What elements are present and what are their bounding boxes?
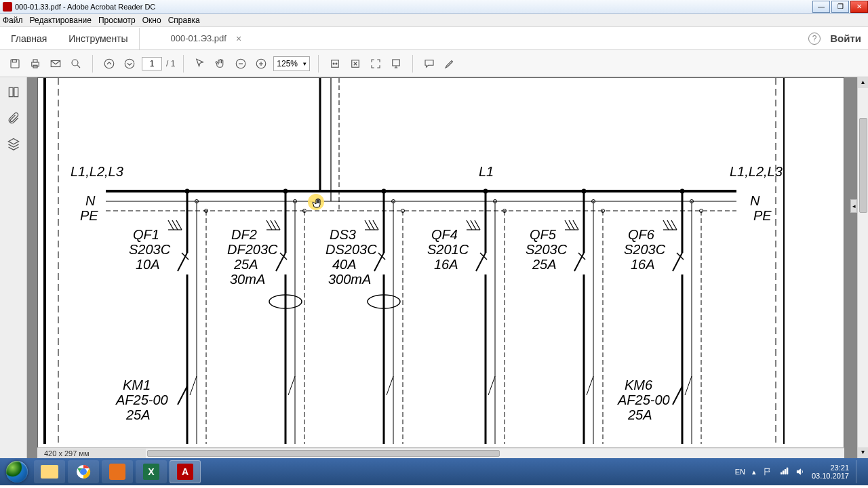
branch-label: QF5 [530,227,557,242]
svg-line-64 [378,253,385,260]
menu-edit[interactable]: Редактирование [30,16,92,25]
layers-icon[interactable] [7,137,20,150]
svg-text:DF203C: DF203C [227,242,278,257]
electrical-diagram: L1,L2,L3 N PE L1 L1,L2,L3 N PE QF1S203C1… [38,78,845,444]
taskbar-acrobat[interactable]: A [170,460,201,483]
print-icon[interactable] [27,56,43,72]
label-neutral-left: N [85,193,96,208]
svg-text:16A: 16A [631,257,655,272]
km6-l2: AF25-00 [617,392,670,407]
menu-file[interactable]: Файл [3,16,23,25]
zoom-out-icon[interactable] [233,56,249,72]
km1-l3: 25A [125,407,151,422]
fit-width-icon[interactable] [327,56,343,72]
horizontal-scrollbar[interactable] [146,449,844,458]
menu-view[interactable]: Просмотр [98,16,136,25]
tray-volume-icon[interactable] [795,467,805,476]
pdf-page: L1,L2,L3 N PE L1 L1,L2,L3 N PE QF1S203C1… [37,77,844,453]
label-neutral-right: N [750,193,760,208]
highlight-icon[interactable] [441,56,458,72]
svg-text:S203C: S203C [624,242,666,257]
svg-point-8 [125,59,134,68]
show-desktop-button[interactable] [856,460,861,483]
svg-line-92 [578,253,585,260]
svg-text:10A: 10A [136,257,160,272]
hand-tool-icon[interactable] [212,56,229,72]
scroll-up-icon[interactable]: ▴ [858,77,868,88]
taskbar: X A EN ▴ 23:21 03.10.2017 [0,458,868,485]
read-mode-icon[interactable] [388,56,404,72]
branch-label: DF2 [231,227,257,242]
save-icon[interactable] [7,56,23,72]
label-pe-right: PE [753,208,772,223]
tab-home[interactable]: Главная [0,28,58,49]
attachments-icon[interactable] [7,111,20,125]
svg-line-81 [488,376,495,395]
tray-network-icon[interactable] [779,467,789,476]
menu-window[interactable]: Окно [142,16,161,25]
hscroll-thumb[interactable] [147,450,500,457]
km6-l1: KM6 [625,378,653,392]
svg-line-107 [673,386,682,405]
taskbar-chrome[interactable] [68,460,99,483]
zoom-select[interactable]: 125%▾ [273,56,310,71]
svg-line-105 [677,253,684,260]
tray-flag-icon[interactable] [763,467,772,476]
svg-rect-14 [9,87,13,96]
select-tool-icon[interactable] [192,56,208,72]
svg-rect-13 [393,60,400,66]
tab-row: Главная Инструменты 000-01.Э3.pdf × ? Во… [0,27,868,50]
scroll-thumb[interactable] [859,118,867,213]
comment-icon[interactable] [421,56,437,72]
tab-document-label: 000-01.Э3.pdf [171,33,226,43]
svg-text:DS203C: DS203C [326,242,377,257]
help-icon[interactable]: ? [808,33,821,45]
zoom-in-icon[interactable] [253,56,269,72]
label-phase-mid: L1 [479,164,494,179]
label-pe-left: PE [80,208,98,223]
page-down-icon[interactable] [121,56,138,72]
tab-tools[interactable]: Инструменты [58,28,139,49]
tab-close-icon[interactable]: × [236,33,241,44]
branch-label: QF1 [133,227,159,242]
tray-lang[interactable]: EN [735,468,745,476]
taskbar-app-orange[interactable] [102,460,133,483]
km1-l2: AF25-00 [115,392,168,407]
tray-show-hidden-icon[interactable]: ▴ [752,468,756,476]
tray-date: 03.10.2017 [812,472,849,480]
page-total: / 1 [166,59,175,68]
close-button[interactable]: ✕ [850,1,868,13]
document-viewport[interactable]: L1,L2,L3 N PE L1 L1,L2,L3 N PE QF1S203C1… [27,77,868,458]
fullscreen-icon[interactable] [368,56,384,72]
tab-document[interactable]: 000-01.Э3.pdf × [160,28,253,49]
svg-line-108 [685,376,692,395]
email-icon[interactable] [47,56,64,72]
search-icon[interactable] [68,56,84,72]
page-up-icon[interactable] [101,56,117,72]
right-panel-collapse[interactable]: ◂ [850,199,857,213]
app-icon [3,2,12,12]
minimize-button[interactable]: — [812,1,830,13]
taskbar-excel[interactable]: X [136,460,167,483]
tray-clock[interactable]: 23:21 03.10.2017 [812,464,849,480]
page-number-input[interactable] [142,57,162,70]
vertical-scrollbar[interactable]: ▴ ▾ [857,77,868,458]
login-button[interactable]: Войти [830,33,861,44]
svg-text:30mA: 30mA [230,272,265,287]
left-sidebar [0,77,27,458]
toolbar: / 1 125%▾ [0,50,868,77]
branch-label: QF4 [431,227,458,242]
fit-page-icon[interactable] [347,56,363,72]
svg-line-79 [480,253,487,260]
svg-point-7 [104,59,114,68]
thumbnails-icon[interactable] [7,85,20,99]
taskbar-explorer[interactable] [34,460,65,483]
svg-point-6 [72,60,78,66]
menu-help[interactable]: Справка [168,16,200,25]
system-tray: EN ▴ 23:21 03.10.2017 [735,460,865,483]
start-button[interactable] [3,460,31,483]
svg-line-67 [387,376,393,395]
page-dimensions: 420 x 297 мм [44,449,90,458]
maximize-button[interactable]: ❐ [831,1,849,13]
scroll-down-icon[interactable]: ▾ [858,447,868,458]
